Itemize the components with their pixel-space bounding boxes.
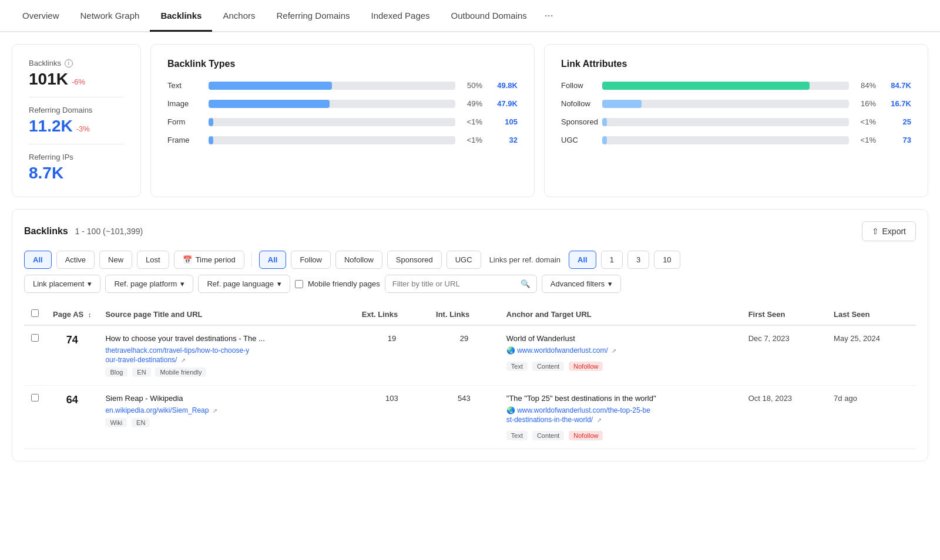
nav-anchors[interactable]: Anchors bbox=[212, 1, 266, 30]
filter-active[interactable]: Active bbox=[56, 251, 95, 269]
anchor-name-2: "The "Top 25" best destinations in the w… bbox=[506, 394, 734, 403]
bar-fill-sponsored bbox=[602, 118, 607, 126]
bar-count-frame[interactable]: 32 bbox=[488, 136, 518, 144]
backlink-types-card: Backlink Types Text 50% 49.8K Image 49% … bbox=[150, 44, 535, 197]
tag-content-1: Content bbox=[532, 362, 565, 371]
bar-row-text: Text 50% 49.8K bbox=[167, 81, 518, 90]
source-title-1: How to choose your travel destinations -… bbox=[105, 334, 347, 343]
search-input[interactable] bbox=[385, 275, 515, 292]
bar-fill-form bbox=[209, 118, 213, 126]
bar-row-image: Image 49% 47.9K bbox=[167, 99, 518, 108]
bar-count-text[interactable]: 49.8K bbox=[488, 81, 518, 90]
table-header: Page AS ↕ Source page Title and URL Ext.… bbox=[24, 303, 916, 325]
nav-indexed-pages[interactable]: Indexed Pages bbox=[361, 1, 441, 30]
anchor-url-2[interactable]: 🌏 www.worldofwanderlust.com/the-top-25-b… bbox=[506, 406, 650, 424]
bar-row-form: Form <1% 105 bbox=[167, 117, 518, 126]
chevron-down-icon-3: ▾ bbox=[277, 279, 281, 288]
td-page-as-2: 64 bbox=[46, 386, 98, 449]
bar-count-nofollow[interactable]: 16.7K bbox=[882, 99, 911, 108]
nav-overview[interactable]: Overview bbox=[12, 1, 70, 30]
source-title-2: Siem Reap - Wikipedia bbox=[105, 394, 347, 403]
ref-page-platform-dropdown[interactable]: Ref. page platform ▾ bbox=[105, 275, 193, 293]
row-checkbox-1[interactable] bbox=[31, 334, 39, 342]
bar-row-ugc: UGC <1% 73 bbox=[561, 136, 911, 144]
bar-label-sponsored: Sponsored bbox=[561, 117, 596, 126]
th-checkbox bbox=[24, 303, 46, 325]
filter-ugc[interactable]: UGC bbox=[446, 251, 481, 269]
tag-text-1: Text bbox=[506, 362, 528, 371]
links-per-3[interactable]: 3 bbox=[627, 251, 649, 269]
filter-follow[interactable]: Follow bbox=[291, 251, 331, 269]
bar-fill-follow bbox=[602, 82, 810, 90]
time-period-button[interactable]: 📅 Time period bbox=[174, 251, 244, 269]
filter-divider bbox=[251, 253, 252, 267]
source-tags-2: Wiki EN bbox=[105, 414, 347, 427]
nav-backlinks[interactable]: Backlinks bbox=[150, 1, 212, 32]
backlinks-info-icon[interactable]: i bbox=[65, 59, 73, 68]
export-button[interactable]: ⇧ Export bbox=[862, 221, 916, 241]
filter-lost[interactable]: Lost bbox=[137, 251, 169, 269]
filter-all-types[interactable]: All bbox=[24, 251, 52, 269]
filter-sponsored[interactable]: Sponsored bbox=[387, 251, 442, 269]
backlinks-table: Page AS ↕ Source page Title and URL Ext.… bbox=[24, 303, 916, 449]
backlink-types-bars: Text 50% 49.8K Image 49% 47.9K Form bbox=[167, 81, 518, 144]
backlinks-section: Backlinks 1 - 100 (~101,399) ⇧ Export Al… bbox=[12, 209, 928, 461]
section-title-group: Backlinks 1 - 100 (~101,399) bbox=[24, 226, 143, 237]
filter-nofollow[interactable]: Nofollow bbox=[335, 251, 382, 269]
bar-count-ugc[interactable]: 73 bbox=[882, 136, 911, 144]
referring-ips-value: 8.7K bbox=[29, 164, 124, 183]
nav-more-button[interactable]: ··· bbox=[538, 0, 560, 31]
ref-page-language-dropdown[interactable]: Ref. page language ▾ bbox=[198, 275, 290, 293]
referring-domains-delta: -3% bbox=[76, 124, 90, 133]
row-checkbox-2[interactable] bbox=[31, 394, 39, 402]
bar-count-sponsored[interactable]: 25 bbox=[882, 117, 911, 126]
link-placement-dropdown[interactable]: Link placement ▾ bbox=[24, 275, 100, 293]
ext-link-icon-anchor-1: ➚ bbox=[612, 348, 616, 354]
ext-link-icon-anchor-2: ➚ bbox=[597, 417, 602, 423]
nav-network-graph[interactable]: Network Graph bbox=[70, 1, 150, 30]
search-icon: 🔍 bbox=[521, 279, 531, 288]
anchor-tags-2: Text Content Nofollow bbox=[506, 427, 734, 440]
bar-count-form[interactable]: 105 bbox=[488, 117, 518, 126]
source-url-2[interactable]: en.wikipedia.org/wiki/Siem_Reap ➚ bbox=[105, 406, 217, 414]
mobile-friendly-check[interactable]: Mobile friendly pages bbox=[295, 279, 380, 288]
section-title: Backlinks bbox=[24, 226, 68, 236]
filter-all-attr[interactable]: All bbox=[259, 251, 287, 269]
td-checkbox-1 bbox=[24, 325, 46, 386]
mobile-friendly-checkbox[interactable] bbox=[295, 280, 303, 288]
backlink-types-title: Backlink Types bbox=[167, 59, 518, 69]
bar-row-follow: Follow 84% 84.7K bbox=[561, 81, 911, 90]
th-last-seen: Last Seen bbox=[827, 303, 916, 325]
links-per-all[interactable]: All bbox=[569, 251, 596, 269]
bar-pct-sponsored: <1% bbox=[855, 117, 876, 126]
anchor-tags-1: Text Content Nofollow bbox=[506, 358, 734, 371]
bar-count-image[interactable]: 47.9K bbox=[488, 99, 518, 108]
bar-track-image bbox=[209, 100, 455, 108]
bar-pct-image: 49% bbox=[461, 99, 482, 108]
th-page-as[interactable]: Page AS ↕ bbox=[46, 303, 98, 325]
links-per-1[interactable]: 1 bbox=[601, 251, 623, 269]
filter-new[interactable]: New bbox=[99, 251, 132, 269]
search-button[interactable]: 🔍 bbox=[515, 275, 536, 292]
ext-link-icon-2: ➚ bbox=[213, 407, 217, 414]
bar-count-follow[interactable]: 84.7K bbox=[882, 81, 911, 90]
advanced-filters-button[interactable]: Advanced filters ▾ bbox=[542, 275, 622, 293]
chart-section: Backlink Types Text 50% 49.8K Image 49% … bbox=[150, 44, 928, 197]
table-row: 74 How to choose your travel destination… bbox=[24, 325, 916, 386]
backlinks-table-wrap: Page AS ↕ Source page Title and URL Ext.… bbox=[24, 303, 916, 449]
bar-pct-follow: 84% bbox=[855, 81, 876, 90]
bar-label-ugc: UGC bbox=[561, 136, 596, 144]
nav-referring-domains[interactable]: Referring Domains bbox=[266, 1, 360, 30]
tag-wiki: Wiki bbox=[105, 418, 127, 427]
td-int-links-1: 29 bbox=[429, 325, 499, 386]
select-all-checkbox[interactable] bbox=[31, 309, 39, 317]
links-per-10[interactable]: 10 bbox=[654, 251, 680, 269]
backlinks-value: 101K-6% bbox=[29, 70, 124, 89]
nav-outbound-domains[interactable]: Outbound Domains bbox=[441, 1, 538, 30]
chevron-down-icon: ▾ bbox=[88, 279, 92, 288]
filter-row-2: Link placement ▾ Ref. page platform ▾ Re… bbox=[24, 275, 916, 293]
anchor-url-1[interactable]: 🌏 www.worldofwanderlust.com/ ➚ bbox=[506, 346, 616, 355]
source-url-1[interactable]: thetravelhack.com/travel-tips/how-to-cho… bbox=[105, 346, 249, 364]
td-source-2: Siem Reap - Wikipedia en.wikipedia.org/w… bbox=[98, 386, 354, 449]
td-last-seen-2: 7d ago bbox=[827, 386, 916, 449]
